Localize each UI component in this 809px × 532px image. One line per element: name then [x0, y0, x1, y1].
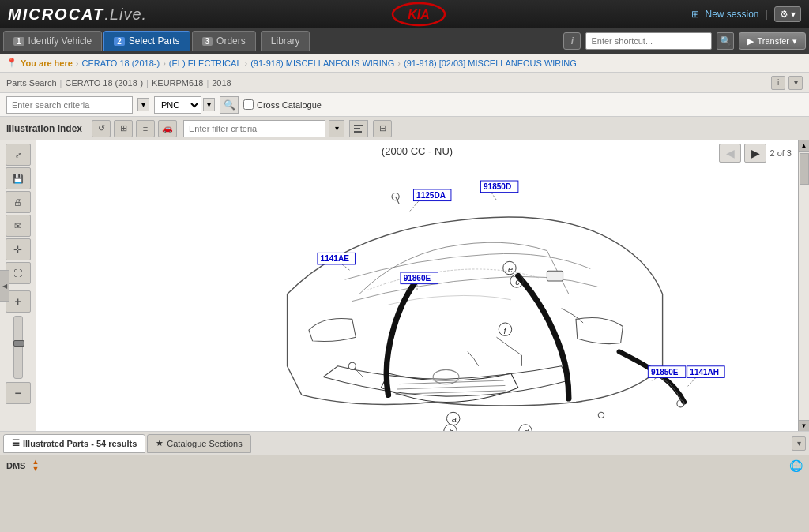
next-illustration-button[interactable]: ▶ — [744, 144, 766, 163]
tab-orders[interactable]: 3 Orders — [192, 31, 256, 51]
breadcrumb-electrical[interactable]: (EL) ELECTRICAL — [169, 58, 242, 68]
breadcrumb-miscwiring[interactable]: (91-918) MISCELLANEOUS WIRING — [250, 58, 394, 68]
tab-catalogue-sections[interactable]: ★ Catalogue Sections — [147, 434, 250, 453]
search-criteria-input[interactable] — [6, 96, 133, 114]
parts-code: KEURPM618 — [152, 78, 203, 88]
breadcrumb-vehicle[interactable]: CERATO 18 (2018-) — [82, 58, 160, 68]
globe-icon: 🌐 — [789, 459, 803, 472]
search-bar: ▾ PNC Name ▾ 🔍 Cross Catalogue — [0, 93, 809, 117]
zoom-slider[interactable] — [13, 316, 23, 379]
refresh-button[interactable]: ↺ — [92, 120, 111, 137]
save-image-button[interactable]: 💾 — [6, 167, 31, 189]
print-button[interactable]: 🖨 — [6, 191, 31, 213]
svg-text:1125DA: 1125DA — [416, 191, 446, 200]
svg-text:91850E: 91850E — [651, 368, 679, 377]
svg-rect-2 — [354, 125, 363, 126]
nav-right-controls: i 🔍 ▶ Transfer ▾ — [563, 32, 806, 50]
svg-rect-4 — [354, 131, 362, 133]
scroll-down-button[interactable]: ▼ — [799, 420, 809, 431]
svg-text:91860E: 91860E — [404, 274, 431, 283]
new-session-link[interactable]: New session — [706, 9, 759, 20]
scroll-up-button[interactable]: ▲ — [799, 140, 809, 152]
car-view-button[interactable]: 🚗 — [158, 120, 177, 137]
main-content: ◀ ⤢ 💾 🖨 ✉ ✛ ⛶ + − ◀ ▶ 2 of 3 (2000 CC - … — [0, 140, 809, 431]
cross-catalogue-label: Cross Catalogue — [257, 100, 322, 110]
transfer-button[interactable]: ▶ Transfer ▾ — [739, 32, 806, 50]
svg-line-7 — [396, 391, 506, 395]
column-toggle-button[interactable]: ⊟ — [373, 120, 392, 137]
zoom-out-button[interactable]: − — [6, 382, 31, 404]
filter-criteria-input[interactable] — [183, 120, 325, 137]
parts-search-bar: Parts Search | CERATO 18 (2018-) | KEURP… — [0, 73, 809, 93]
right-scrollbar[interactable]: ▲ ▼ — [798, 140, 809, 431]
titlebar-right: ⊞ New session | ⚙ ▾ — [691, 6, 802, 22]
parts-info-button[interactable]: i — [771, 76, 785, 90]
parts-menu-button[interactable]: ▾ — [788, 76, 803, 90]
status-arrows[interactable]: ▲ ▼ — [32, 459, 39, 473]
svg-text:1141AH: 1141AH — [690, 368, 719, 377]
scroll-thumb[interactable] — [800, 153, 809, 185]
move-button[interactable]: ✛ — [6, 238, 31, 260]
status-bar: DMS ▲ ▼ 🌐 — [0, 455, 809, 475]
parts-year: 2018 — [212, 78, 231, 88]
app-logo: MICROCAT.Live. — [8, 6, 147, 24]
side-expand-tab[interactable]: ◀ — [0, 270, 9, 302]
tab-identify-vehicle[interactable]: 1 Identify Vehicle — [3, 31, 102, 51]
zoom-fit-button[interactable]: ⤢ — [6, 144, 31, 166]
search-go-button[interactable]: 🔍 — [220, 96, 239, 114]
tab-num-2: 2 — [114, 37, 125, 46]
svg-rect-9 — [547, 271, 563, 281]
kia-logo: KIA — [391, 2, 446, 27]
vehicle-name: CERATO 18 (2018-) — [65, 78, 143, 88]
tab-library[interactable]: Library — [261, 31, 310, 51]
email-button[interactable]: ✉ — [6, 215, 31, 237]
titlebar: MICROCAT.Live. KIA ⊞ New session | ⚙ ▾ — [0, 0, 809, 28]
transfer-label: Transfer — [757, 36, 789, 46]
grid-view-button[interactable]: ⊞ — [114, 120, 133, 137]
search-type-dropdown[interactable]: ▾ — [203, 98, 215, 111]
zoom-handle[interactable] — [13, 340, 24, 347]
filter-dropdown-button[interactable]: ▾ — [329, 120, 344, 137]
tab-label-4: Library — [271, 36, 300, 47]
tab-select-parts[interactable]: 2 Select Parts — [103, 31, 190, 51]
tab-illustrated-parts[interactable]: ☰ Illustrated Parts - 54 results — [3, 434, 145, 453]
svg-text:a: a — [452, 414, 457, 424]
cross-catalogue-checkbox-label[interactable]: Cross Catalogue — [243, 99, 322, 110]
svg-point-8 — [433, 369, 459, 384]
search-type-select[interactable]: PNC Name — [154, 96, 201, 114]
list-icon: ☰ — [12, 438, 20, 448]
svg-point-12 — [598, 412, 604, 418]
star-icon: ★ — [156, 438, 164, 448]
settings-button[interactable]: ⚙ ▾ — [774, 6, 801, 22]
info-button[interactable]: i — [563, 32, 581, 50]
bottom-menu-button[interactable]: ▾ — [792, 436, 806, 451]
shortcut-search-button[interactable]: 🔍 — [717, 32, 734, 50]
breadcrumb-miscwiring2[interactable]: (91-918) [02/03] MISCELLANEOUS WIRING — [404, 58, 577, 68]
svg-text:KIA: KIA — [408, 8, 431, 21]
svg-text:c: c — [515, 277, 520, 287]
nav-tabs: 1 Identify Vehicle 2 Select Parts 3 Orde… — [0, 28, 809, 54]
prev-illustration-button[interactable]: ◀ — [719, 144, 741, 163]
shortcut-input[interactable] — [585, 32, 712, 50]
search-dropdown-arrow[interactable]: ▾ — [137, 98, 149, 111]
transfer-dropdown-icon: ▾ — [792, 36, 797, 47]
scroll-track — [799, 152, 809, 420]
app-subtitle: .Live. — [104, 6, 147, 23]
svg-text:91850D: 91850D — [484, 182, 511, 191]
dms-label: DMS — [6, 461, 25, 470]
list-view-button[interactable]: ≡ — [136, 120, 155, 137]
tab-label-1: Identify Vehicle — [28, 36, 92, 47]
cross-catalogue-checkbox[interactable] — [243, 99, 254, 110]
tab-label-3: Orders — [216, 36, 246, 47]
diagram-title: (2000 CC - NU) — [36, 140, 798, 162]
illustration-area: ◀ ▶ 2 of 3 (2000 CC - NU) — [36, 140, 798, 431]
new-session-icon: ⊞ — [691, 9, 699, 20]
bottom-tabs: ☰ Illustrated Parts - 54 results ★ Catal… — [0, 431, 809, 455]
filter-menu-button[interactable] — [349, 120, 368, 137]
breadcrumb: 📍 You are here › CERATO 18 (2018-) › (EL… — [0, 54, 809, 73]
svg-line-6 — [397, 385, 505, 389]
nav-arrows: ◀ ▶ 2 of 3 — [719, 144, 792, 163]
catalogue-sections-label: Catalogue Sections — [167, 439, 242, 448]
tab-num-3: 3 — [202, 37, 213, 46]
bottom-tab-right: ▾ — [792, 436, 806, 451]
